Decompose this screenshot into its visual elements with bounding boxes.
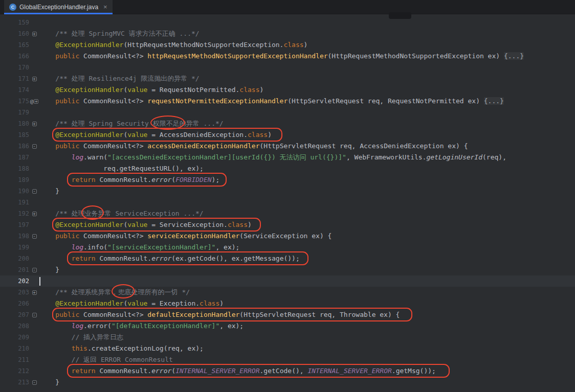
code-line[interactable]: 185 @ExceptionHandler(value = AccessDeni…	[0, 129, 575, 141]
fold-collapse-icon[interactable]: -	[32, 268, 37, 272]
fold-icon[interactable]: +	[29, 118, 39, 129]
line-number[interactable]: 213	[0, 377, 29, 388]
line-number[interactable]: 200	[0, 253, 29, 264]
fold-icon[interactable]: -	[29, 264, 39, 275]
line-number[interactable]: 165	[0, 39, 29, 51]
line-number[interactable]: 174	[0, 84, 29, 96]
line-number[interactable]: 185	[0, 129, 29, 141]
line-number[interactable]: 192	[0, 208, 29, 219]
tab-close-icon[interactable]: ×	[103, 4, 107, 10]
code-line[interactable]: 190- }	[0, 186, 575, 197]
code-text: /** 处理 SpringMVC 请求方法不正确 ...*/	[39, 28, 200, 39]
fold-icon[interactable]: +	[29, 208, 39, 219]
line-number[interactable]: 197	[0, 219, 29, 230]
code-text: public CommonResult<?> accessDeniedExcep…	[39, 141, 468, 152]
line-number[interactable]: 208	[0, 320, 29, 332]
line-number[interactable]: 171	[0, 73, 29, 84]
code-line[interactable]: 212 return CommonResult.error(INTERNAL_S…	[0, 365, 575, 377]
code-line[interactable]: 213- }	[0, 377, 575, 388]
java-class-icon: C	[9, 4, 16, 11]
line-number[interactable]: 187	[0, 152, 29, 163]
code-line[interactable]: 174 @ExceptionHandler(value = RequestNot…	[0, 84, 575, 96]
code-line[interactable]: 208 log.error("[defaultExceptionHandler]…	[0, 320, 575, 332]
code-line[interactable]: 179	[0, 107, 575, 118]
code-line[interactable]: 187 log.warn("[accessDeniedExceptionHand…	[0, 152, 575, 163]
fold-expand-icon[interactable]: +	[32, 122, 37, 126]
line-number[interactable]: 202	[0, 275, 29, 287]
code-line[interactable]: 170	[0, 62, 575, 73]
line-number[interactable]: 170	[0, 62, 29, 73]
code-line[interactable]: 211 // 返回 ERROR CommonResult	[0, 354, 575, 365]
line-number[interactable]: 179	[0, 107, 29, 118]
line-number[interactable]: 186	[0, 141, 29, 152]
fold-icon[interactable]: @+	[29, 96, 39, 107]
line-number[interactable]: 212	[0, 365, 29, 377]
code-line[interactable]: 203+ /** 处理系统异常，兜底处理所有的一切 */	[0, 287, 575, 298]
code-line[interactable]: 165 @ExceptionHandler(HttpRequestMethodN…	[0, 39, 575, 51]
code-line[interactable]: 166 public CommonResult<?> httpRequestMe…	[0, 51, 575, 62]
fold-collapse-icon[interactable]: -	[32, 313, 37, 317]
fold-icon[interactable]: -	[29, 377, 39, 388]
fold-expand-icon[interactable]: +	[32, 32, 37, 36]
code-line[interactable]: 192+ /** 处理业务异常 ServiceException ...*/	[0, 208, 575, 219]
line-number[interactable]: 198	[0, 230, 29, 242]
code-line[interactable]: 197 @ExceptionHandler(value = ServiceExc…	[0, 219, 575, 230]
line-number[interactable]: 175	[0, 96, 29, 107]
code-line[interactable]: 171+ /** 处理 Resilience4j 限流抛出的异常 */	[0, 73, 575, 84]
line-number[interactable]: 209	[0, 332, 29, 343]
gutter-space	[29, 298, 39, 309]
code-line[interactable]: 202	[0, 275, 575, 287]
fold-expand-icon[interactable]: +	[32, 77, 37, 81]
fold-collapse-icon[interactable]: -	[32, 189, 37, 194]
line-number[interactable]: 211	[0, 354, 29, 365]
fold-icon[interactable]: +	[29, 28, 39, 39]
line-number[interactable]: 180	[0, 118, 29, 129]
fold-collapse-icon[interactable]: -	[32, 144, 37, 149]
fold-icon[interactable]: -	[29, 141, 39, 152]
fold-expand-icon[interactable]: +	[32, 290, 37, 295]
code-line[interactable]: 200 return CommonResult.error(ex.getCode…	[0, 253, 575, 264]
fold-expand-icon[interactable]: +	[34, 99, 38, 104]
code-text: return CommonResult.error(ex.getCode(), …	[39, 253, 300, 264]
code-line[interactable]: 160+ /** 处理 SpringMVC 请求方法不正确 ...*/	[0, 28, 575, 39]
code-line[interactable]: 175@+ public CommonResult<?> requestNotP…	[0, 96, 575, 107]
code-line[interactable]: 206 @ExceptionHandler(value = Exception.…	[0, 298, 575, 309]
line-number[interactable]: 199	[0, 242, 29, 253]
fold-icon[interactable]: -	[29, 186, 39, 197]
code-line[interactable]: 188 req.getRequestURL(), ex);	[0, 163, 575, 174]
code-line[interactable]: 189 return CommonResult.error(FORBIDDEN)…	[0, 174, 575, 186]
line-number[interactable]: 159	[0, 17, 29, 28]
code-line[interactable]: 186- public CommonResult<?> accessDenied…	[0, 141, 575, 152]
line-number[interactable]: 188	[0, 163, 29, 174]
line-number[interactable]: 203	[0, 287, 29, 298]
gutter-space	[29, 107, 39, 118]
code-line[interactable]: 191	[0, 197, 575, 208]
fold-collapse-icon[interactable]: -	[32, 234, 37, 239]
fold-collapse-icon[interactable]: -	[32, 380, 37, 385]
code-line[interactable]: 207- public CommonResult<?> defaultExcep…	[0, 309, 575, 320]
line-number[interactable]: 206	[0, 298, 29, 309]
code-line[interactable]: 210 this.createExceptionLog(req, ex);	[0, 343, 575, 354]
fold-icon[interactable]: -	[29, 309, 39, 320]
code-line[interactable]: 180+ /** 处理 Spring Security 权限不足的异常 ...*…	[0, 118, 575, 129]
code-editor[interactable]: 159160+ /** 处理 SpringMVC 请求方法不正确 ...*/16…	[0, 14, 575, 392]
code-line[interactable]: 198- public CommonResult<?> serviceExcep…	[0, 230, 575, 242]
code-line[interactable]: 159	[0, 17, 575, 28]
code-line[interactable]: 199 log.info("[serviceExceptionHandler]"…	[0, 242, 575, 253]
line-number[interactable]: 201	[0, 264, 29, 275]
fold-icon[interactable]: +	[29, 287, 39, 298]
fold-icon[interactable]: +	[29, 73, 39, 84]
line-number[interactable]: 207	[0, 309, 29, 320]
fold-expand-icon[interactable]: +	[32, 212, 37, 216]
code-line[interactable]: 209 // 插入异常日志	[0, 332, 575, 343]
code-text: @ExceptionHandler(value = RequestNotPerm…	[39, 84, 263, 96]
code-line[interactable]: 201- }	[0, 264, 575, 275]
line-number[interactable]: 189	[0, 174, 29, 186]
line-number[interactable]: 166	[0, 51, 29, 62]
line-number[interactable]: 191	[0, 197, 29, 208]
tab-globalexceptionhandler[interactable]: C GlobalExceptionHandler.java ×	[4, 0, 113, 14]
fold-icon[interactable]: -	[29, 230, 39, 242]
line-number[interactable]: 190	[0, 186, 29, 197]
line-number[interactable]: 210	[0, 343, 29, 354]
line-number[interactable]: 160	[0, 28, 29, 39]
